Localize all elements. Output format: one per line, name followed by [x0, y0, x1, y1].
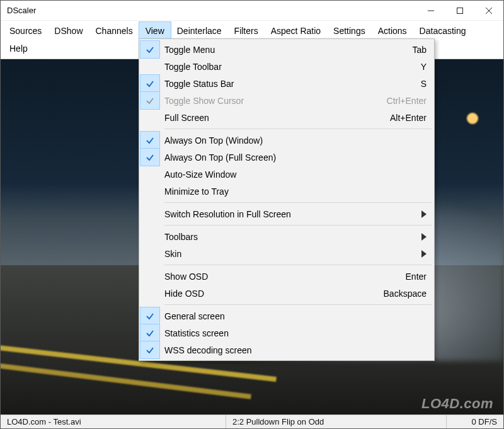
check-icon — [140, 166, 159, 183]
submenu-arrow-icon — [421, 233, 427, 241]
check-icon — [140, 285, 159, 302]
menuitem-label: Toggle Toolbar — [164, 62, 408, 72]
minimize-icon — [428, 8, 434, 14]
menuitem-label: Switch Resolution in Full Screen — [164, 209, 421, 219]
status-fps: 0 DF/S — [447, 415, 503, 428]
menu-separator — [164, 129, 432, 129]
menuitem-always-on-top-window[interactable]: Always On Top (Window) — [140, 132, 433, 149]
window-title: DScaler — [1, 6, 416, 15]
check-icon — [140, 307, 159, 324]
check-icon — [140, 205, 159, 222]
check-icon — [140, 149, 159, 166]
menuitem-statistics-screen[interactable]: Statistics screen — [140, 324, 433, 341]
menu-channels[interactable]: Channels — [89, 22, 139, 40]
menuitem-label: Always On Top (Full Screen) — [164, 152, 427, 163]
menuitem-shortcut: Y — [408, 62, 427, 72]
check-icon — [140, 92, 159, 109]
check-icon — [140, 58, 159, 75]
menuitem-label: Toggle Status Bar — [164, 79, 408, 89]
svg-marker-5 — [421, 233, 427, 241]
menuitem-toggle-menu[interactable]: Toggle MenuTab — [140, 41, 433, 58]
menu-sources[interactable]: Sources — [3, 22, 48, 40]
menu-separator — [164, 202, 432, 203]
menuitem-label: Always On Top (Window) — [164, 135, 427, 146]
check-icon — [140, 268, 159, 285]
svg-marker-4 — [421, 210, 427, 218]
check-icon — [140, 245, 159, 262]
check-icon — [140, 132, 159, 149]
check-icon — [140, 183, 159, 200]
menuitem-shortcut: Alt+Enter — [377, 113, 427, 123]
menu-filters[interactable]: Filters — [228, 22, 265, 40]
menuitem-label: Auto-Size Window — [164, 169, 427, 180]
menuitem-shortcut: S — [408, 79, 427, 89]
submenu-arrow-icon — [421, 250, 427, 258]
status-mode: 2:2 Pulldown Flip on Odd — [226, 415, 447, 428]
menu-actions[interactable]: Actions — [372, 22, 413, 40]
menuitem-label: General screen — [164, 311, 427, 321]
svg-marker-6 — [421, 250, 427, 258]
menuitem-switch-resolution-in-full-screen[interactable]: Switch Resolution in Full Screen — [140, 205, 433, 222]
menuitem-shortcut: Ctrl+Enter — [374, 96, 427, 106]
submenu-arrow-icon — [421, 210, 427, 218]
menu-datacasting[interactable]: Datacasting — [413, 22, 472, 40]
menuitem-shortcut: Backspace — [371, 289, 427, 299]
check-icon — [140, 109, 159, 126]
menuitem-label: WSS decoding screen — [164, 345, 427, 355]
menuitem-label: Toolbars — [164, 232, 421, 242]
menuitem-toolbars[interactable]: Toolbars — [140, 228, 433, 245]
check-icon — [140, 75, 159, 92]
close-button[interactable] — [474, 1, 503, 20]
menu-dshow[interactable]: DShow — [48, 22, 89, 40]
menu-deinterlace[interactable]: Deinterlace — [171, 22, 228, 40]
menuitem-label: Toggle Menu — [164, 45, 399, 55]
menuitem-minimize-to-tray[interactable]: Minimize to Tray — [140, 183, 433, 200]
check-icon — [140, 41, 159, 58]
check-icon — [140, 341, 159, 358]
menuitem-label: Toggle Show Cursor — [164, 96, 374, 106]
check-icon — [140, 324, 159, 341]
menuitem-label: Show OSD — [164, 272, 393, 282]
menu-separator — [164, 225, 432, 226]
menuitem-label: Minimize to Tray — [164, 186, 427, 197]
menuitem-wss-decoding-screen[interactable]: WSS decoding screen — [140, 341, 433, 358]
menuitem-label: Hide OSD — [164, 289, 371, 299]
menu-help[interactable]: Help — [3, 40, 34, 57]
menu-aspect-ratio[interactable]: Aspect Ratio — [265, 22, 327, 40]
menuitem-label: Statistics screen — [164, 328, 427, 338]
menu-settings[interactable]: Settings — [327, 22, 372, 40]
menuitem-toggle-toolbar[interactable]: Toggle ToolbarY — [140, 58, 433, 75]
maximize-button[interactable] — [445, 1, 474, 20]
menuitem-show-osd[interactable]: Show OSDEnter — [140, 268, 433, 285]
menuitem-always-on-top-full-screen[interactable]: Always On Top (Full Screen) — [140, 149, 433, 166]
maximize-icon — [457, 8, 463, 14]
menuitem-full-screen[interactable]: Full ScreenAlt+Enter — [140, 109, 433, 126]
menuitem-toggle-status-bar[interactable]: Toggle Status BarS — [140, 75, 433, 92]
svg-rect-1 — [457, 8, 463, 13]
close-icon — [486, 8, 492, 14]
view-menu-dropdown: Toggle MenuTabToggle ToolbarYToggle Stat… — [139, 38, 435, 361]
app-window: DScaler SourcesDShowChannelsViewDeinterl… — [0, 0, 504, 429]
titlebar: DScaler — [1, 1, 503, 21]
menuitem-auto-size-window[interactable]: Auto-Size Window — [140, 166, 433, 183]
minimize-button[interactable] — [416, 1, 445, 20]
menuitem-shortcut: Tab — [399, 45, 427, 55]
menuitem-shortcut: Enter — [393, 272, 427, 282]
status-source: LO4D.com - Test.avi — [1, 415, 226, 428]
menu-view[interactable]: View — [139, 22, 171, 40]
statusbar: LO4D.com - Test.avi 2:2 Pulldown Flip on… — [1, 415, 503, 428]
menuitem-general-screen[interactable]: General screen — [140, 307, 433, 324]
menuitem-label: Skin — [164, 249, 421, 259]
menuitem-label: Full Screen — [164, 113, 377, 123]
window-controls — [416, 1, 503, 20]
check-icon — [140, 228, 159, 245]
menuitem-toggle-show-cursor: Toggle Show CursorCtrl+Enter — [140, 92, 433, 109]
menu-separator — [164, 265, 432, 265]
menuitem-skin[interactable]: Skin — [140, 245, 433, 262]
menuitem-hide-osd[interactable]: Hide OSDBackspace — [140, 285, 433, 302]
menu-separator — [164, 304, 432, 305]
